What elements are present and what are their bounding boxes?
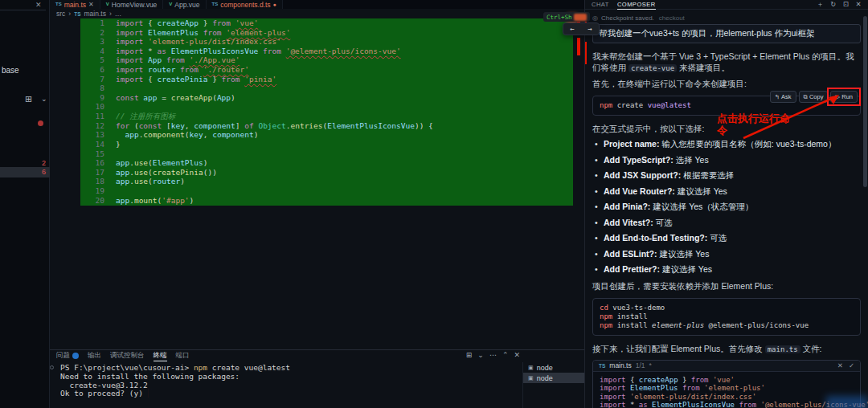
- run-button[interactable]: ▷Run: [830, 91, 858, 103]
- diff-nav-widget[interactable]: ← →: [563, 22, 600, 35]
- accept-icon[interactable]: ✓: [849, 361, 854, 369]
- option-key: Add Pinia?:: [604, 202, 650, 211]
- terminal-tab-端口[interactable]: 端口: [176, 350, 190, 361]
- code-line: 8: [111, 84, 584, 93]
- terminal-tab-问题[interactable]: 问题: [56, 350, 79, 361]
- code-token: app: [116, 196, 129, 205]
- command-line: npm install element-plus @element-plus/i…: [600, 321, 854, 330]
- line-number: 14: [80, 140, 104, 149]
- option-desc: 输入您想要的项目名称（例如: vue3-ts-demo）: [659, 139, 836, 149]
- code-token: entries: [290, 121, 322, 130]
- terminal-panel: 问题输出调试控制台终端端口 ⊞ ⌄ ⋯ ⌃ ✕ PS F:\project\vu…: [50, 349, 584, 408]
- code-token: from: [222, 75, 245, 84]
- tab-components.d.ts[interactable]: TScomponents.d.ts●: [207, 0, 283, 9]
- option-desc: 可选: [653, 218, 673, 227]
- code-token: ,: [203, 130, 212, 139]
- inline-edit-hint[interactable]: Ctrl+Sh: [543, 12, 590, 22]
- checkpoint-checkout-link[interactable]: checkout: [659, 14, 685, 22]
- code-token: 'vue': [713, 376, 735, 384]
- checkpoint-row: ◎ Checkpoint saved. checkout: [592, 14, 861, 22]
- terminal-tab-label: 调试控制台: [110, 351, 145, 361]
- terminal-instance[interactable]: ▣node: [523, 362, 584, 373]
- nav-forward-icon[interactable]: →: [588, 25, 592, 33]
- close-panel-icon[interactable]: ✕: [514, 351, 520, 359]
- panel-icon[interactable]: ⊡: [843, 0, 850, 10]
- chat-tab-chat[interactable]: CHAT: [592, 0, 609, 10]
- code-token: of: [244, 121, 258, 130]
- grid-icon[interactable]: ⊞: [25, 94, 32, 104]
- line-number: 13: [80, 130, 104, 140]
- code-token: }: [199, 18, 212, 27]
- chevron-down-icon[interactable]: ⌄: [477, 351, 484, 359]
- line-number: 3: [80, 37, 104, 47]
- chat-body: ◎ Checkpoint saved. checkout 帮我创建一个vue3+…: [585, 10, 868, 408]
- code-token: {: [148, 75, 157, 84]
- option-desc: 建议选择 Yes（状态管理）: [650, 202, 753, 211]
- sidebar-selected-row[interactable]: 6: [0, 167, 50, 177]
- option-desc: 选择 Yes: [674, 155, 709, 165]
- terminal-tab-终端[interactable]: 终端: [154, 350, 167, 361]
- code-token: 'element-plus/dist/index.css': [148, 37, 281, 46]
- tab-App.vue[interactable]: VApp.vue: [163, 0, 206, 9]
- breadcrumb-more[interactable]: …: [115, 10, 122, 18]
- chat-tab-composer[interactable]: COMPOSER: [617, 0, 656, 10]
- code-token: import: [600, 393, 630, 401]
- copy-button[interactable]: ⧉Copy: [799, 91, 829, 103]
- code-token: ElementPlusIconsVue: [171, 47, 263, 55]
- terminal-output[interactable]: PS F:\project\vue\cusour-ai> npm create …: [50, 361, 584, 398]
- tab-main.ts[interactable]: TSmain.ts✕: [50, 0, 100, 9]
- ask-button[interactable]: ↰Ask: [770, 91, 796, 103]
- split-terminal-icon[interactable]: ⊞: [466, 351, 473, 359]
- code-token: npm: [600, 312, 612, 320]
- chat-header: CHATCOMPOSER ＋ ↻ ⊡ ✕: [585, 0, 868, 10]
- code-token: import: [116, 47, 148, 55]
- new-chat-icon[interactable]: ＋: [817, 0, 824, 10]
- option-key: Add ESLint?:: [604, 249, 657, 259]
- code-token: createPinia: [153, 168, 203, 177]
- code-token: app: [116, 168, 129, 177]
- code-text: app.component(key, component): [111, 130, 258, 140]
- tab-close-icon[interactable]: ✕: [88, 1, 94, 8]
- code-token: npm: [600, 101, 612, 109]
- ellipsis-icon[interactable]: ⋯: [489, 351, 497, 359]
- file-block-header[interactable]: TS main.ts 1/1 * ✕ ✓: [593, 361, 860, 372]
- code-line: 11// 注册所有图标: [111, 112, 584, 121]
- code-token: cd: [600, 304, 608, 312]
- code-token: =: [162, 93, 170, 102]
- code-token: ()): [203, 168, 217, 177]
- code-token: App: [217, 93, 231, 102]
- code-token: create: [612, 101, 647, 109]
- chevron-up-icon[interactable]: ⌃: [502, 351, 509, 359]
- history-icon[interactable]: ↻: [830, 0, 837, 10]
- chevron-down-icon[interactable]: ⌄: [41, 95, 47, 103]
- nav-back-icon[interactable]: ←: [570, 25, 574, 33]
- breadcrumb[interactable]: src › TS main.ts › …: [50, 9, 584, 18]
- code-editor[interactable]: 1import { createApp } from 'vue'2import …: [50, 18, 584, 349]
- paragraph-text: 接下来，让我们配置 Element Plus。首先修改: [592, 344, 765, 353]
- bullet-icon: •: [592, 202, 604, 211]
- code-token: ElementPlusIconsVue: [652, 401, 739, 408]
- editor-scrollbar[interactable]: [573, 18, 584, 349]
- code-token: router: [153, 177, 180, 186]
- reject-icon[interactable]: ✕: [837, 361, 843, 369]
- bullet-icon: •: [592, 233, 604, 243]
- terminal-instance[interactable]: ▣node: [523, 373, 584, 383]
- code-text: app.use(ElementPlus): [111, 158, 207, 168]
- code-token: {: [630, 376, 639, 384]
- button-label: Run: [841, 92, 853, 101]
- option-key: Add End-to-End Testing?:: [604, 233, 707, 243]
- close-icon[interactable]: ✕: [35, 1, 42, 9]
- code-token: *: [630, 401, 639, 408]
- code-token: npm: [194, 363, 207, 372]
- chat-scrollbar[interactable]: [863, 16, 867, 187]
- close-icon[interactable]: ✕: [855, 0, 862, 10]
- code-token: {: [148, 18, 157, 27]
- code-line: 17app.use(createPinia()): [111, 168, 584, 177]
- breadcrumb-file[interactable]: main.ts: [84, 10, 106, 18]
- terminal-tab-调试控制台[interactable]: 调试控制台: [110, 350, 145, 361]
- code-token: ): [180, 177, 185, 186]
- option-text: Add Prettier?: 建议选择 Yes: [604, 264, 712, 274]
- terminal-tab-输出[interactable]: 输出: [88, 350, 101, 361]
- tab-HomeView.vue[interactable]: VHomeView.vue: [100, 0, 164, 9]
- breadcrumb-folder[interactable]: src: [56, 10, 65, 18]
